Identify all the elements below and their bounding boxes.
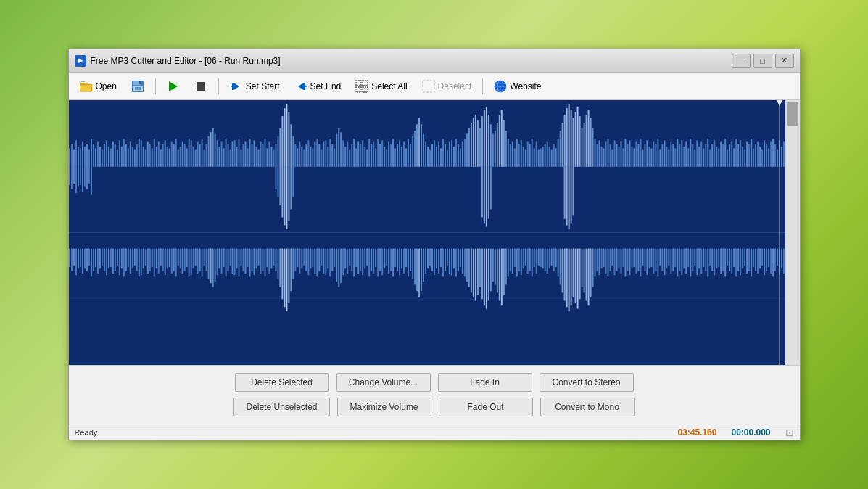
time-display-1: 03:45.160 [677,427,716,437]
fade-out-button[interactable]: Fade Out [439,398,533,416]
svg-rect-621 [566,249,567,308]
svg-rect-115 [249,139,250,167]
svg-rect-185 [401,147,402,167]
maximize-volume-button[interactable]: Maximize Volume [337,398,431,416]
svg-rect-104 [225,139,226,167]
waveform-area[interactable] [69,100,800,365]
svg-rect-211 [457,144,458,167]
svg-rect-349 [757,142,759,167]
svg-rect-127 [275,144,276,167]
button-row-1: Delete Selected Change Volume... Fade In… [83,373,785,392]
svg-rect-376 [281,167,283,218]
svg-rect-298 [646,140,648,167]
svg-rect-450 [194,249,196,266]
svg-rect-586 [489,249,491,292]
fade-in-button[interactable]: Fade In [438,373,532,392]
svg-rect-368 [81,167,83,192]
svg-rect-590 [498,249,500,301]
set-end-button[interactable]: Set End [288,76,348,96]
svg-rect-340 [737,144,739,167]
select-all-button[interactable]: Select All [349,76,413,96]
svg-rect-79 [170,142,172,167]
svg-rect-535 [379,249,381,271]
svg-rect-277 [600,147,602,167]
svg-rect-189 [410,144,411,167]
svg-rect-193 [418,118,420,166]
open-button[interactable]: Open [73,76,123,96]
svg-rect-718 [777,249,778,266]
svg-rect-307 [666,147,667,167]
close-button[interactable]: ✕ [775,54,794,68]
svg-rect-34 [73,150,74,167]
set-start-button[interactable]: Set Start [223,76,286,96]
svg-rect-242 [524,150,526,167]
svg-rect-46 [99,147,100,167]
svg-rect-246 [533,148,534,166]
svg-rect-708 [755,249,756,271]
svg-rect-492 [286,249,287,311]
save-button[interactable]: Save [125,76,151,96]
svg-rect-637 [600,249,602,269]
svg-rect-257 [557,139,558,167]
svg-rect-575 [466,249,467,282]
svg-rect-471 [240,249,241,266]
svg-rect-320 [694,150,695,167]
svg-rect-638 [603,249,604,267]
svg-rect-263 [570,110,571,167]
minimize-button[interactable]: — [732,54,751,68]
svg-rect-139 [301,147,302,167]
svg-rect-383 [483,167,484,224]
svg-rect-561 [435,249,437,269]
play-icon [167,80,180,93]
svg-rect-572 [459,249,460,267]
svg-rect-421 [131,249,133,269]
convert-mono-button[interactable]: Convert to Mono [540,398,635,416]
svg-rect-351 [761,150,763,167]
maximize-button[interactable]: □ [753,54,772,68]
stop-button[interactable] [188,76,214,96]
svg-rect-682 [698,249,700,269]
svg-rect-695 [727,249,728,266]
svg-rect-147 [318,144,320,167]
svg-rect-156 [338,128,339,167]
svg-rect-61 [131,147,133,167]
svg-rect-480 [260,249,261,274]
svg-rect-704 [746,249,748,274]
svg-rect-221 [479,128,480,167]
svg-rect-680 [694,249,695,266]
svg-rect-502 [307,249,309,276]
svg-rect-635 [596,249,598,271]
svg-rect-364 [73,167,74,184]
svg-rect-541 [392,249,394,277]
play-button[interactable]: Play [160,76,186,96]
svg-rect-377 [284,167,285,226]
svg-rect-616 [555,249,556,267]
svg-rect-479 [257,249,259,266]
svg-rect-370 [86,167,87,189]
svg-rect-21 [363,87,368,92]
svg-rect-488 [277,249,278,279]
svg-rect-565 [444,249,445,271]
svg-rect-410 [107,249,109,269]
svg-rect-611 [544,249,545,271]
change-volume-button[interactable]: Change Volume... [336,373,431,392]
svg-rect-52 [112,142,113,167]
svg-rect-336 [729,144,730,167]
delete-unselected-button[interactable]: Delete Unselected [233,398,329,416]
svg-rect-75 [162,144,163,167]
website-button[interactable]: Website [487,76,547,96]
svg-rect-40 [86,144,87,167]
svg-rect-500 [303,249,305,266]
svg-rect-461 [218,249,220,269]
svg-rect-295 [640,139,641,167]
convert-stereo-button[interactable]: Convert to Stereo [540,373,634,392]
svg-rect-446 [186,249,187,267]
deselect-button[interactable]: Deselect [416,76,479,96]
svg-rect-328 [711,144,713,167]
svg-rect-667 [666,249,667,269]
svg-rect-715 [770,249,772,274]
svg-rect-626 [576,249,578,309]
delete-selected-button[interactable]: Delete Selected [235,373,329,392]
svg-rect-418 [125,249,126,271]
svg-rect-73 [157,142,159,167]
